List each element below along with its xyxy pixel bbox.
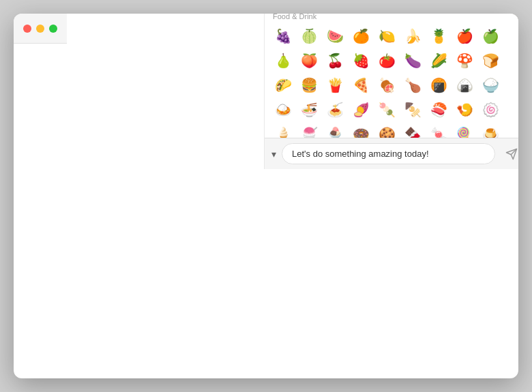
emoji-item[interactable]: 🍅 xyxy=(375,49,398,72)
send-button[interactable] xyxy=(501,143,518,165)
emoji-item[interactable]: 🍢 xyxy=(401,98,424,121)
emoji-item[interactable]: 🍐 xyxy=(271,49,295,72)
emoji-item[interactable]: 🍒 xyxy=(323,49,346,72)
emoji-item[interactable]: 🍄 xyxy=(453,49,476,72)
app-window: ⋮ 🔍 xyxy=(14,14,518,378)
emoji-item[interactable]: 🍗 xyxy=(401,74,424,97)
input-bar: ▾ xyxy=(265,138,518,169)
title-bar: ⋮ 🔍 xyxy=(14,14,518,44)
message-input[interactable] xyxy=(282,143,495,164)
emoji-item[interactable]: 🌮 xyxy=(271,74,295,97)
emoji-item[interactable]: 🍡 xyxy=(375,98,398,121)
emoji-collapse-icon[interactable]: ▾ xyxy=(271,149,276,160)
emoji-item[interactable]: 🍍 xyxy=(427,25,450,48)
emoji-item[interactable]: 🍬 xyxy=(427,123,450,138)
emoji-item[interactable]: 🍑 xyxy=(297,49,321,72)
emoji-item[interactable]: 🍙 xyxy=(453,74,476,97)
minimize-button[interactable] xyxy=(36,25,44,33)
emoji-item[interactable]: 🍭 xyxy=(453,123,476,138)
emoji-item[interactable]: 🍨 xyxy=(323,123,346,138)
emoji-item[interactable]: 🌽 xyxy=(427,49,450,72)
emoji-item[interactable]: 🍥 xyxy=(479,98,502,121)
emoji-item[interactable]: 🍛 xyxy=(271,98,295,121)
emoji-item[interactable]: 🍣 xyxy=(427,98,450,121)
emoji-item[interactable]: 🍉 xyxy=(323,25,346,48)
emoji-item[interactable]: 🍓 xyxy=(349,49,372,72)
close-button[interactable] xyxy=(23,25,31,33)
emoji-item[interactable]: 🍩 xyxy=(349,123,372,138)
emoji-item[interactable]: 🍘 xyxy=(427,74,450,97)
emoji-item[interactable]: 🍔 xyxy=(297,74,321,97)
chat-area: File Assistant ✂︎▾ 🔍 📎 ⋮ Today Hello the… xyxy=(265,14,518,169)
emoji-item[interactable]: 🍌 xyxy=(401,25,424,48)
emoji-item[interactable]: 🍎 xyxy=(453,25,476,48)
window-controls xyxy=(14,25,67,33)
emoji-item[interactable]: 🍤 xyxy=(453,98,476,121)
sidebar: ⋮ 🔍 xyxy=(67,14,265,169)
emoji-panel: 🕐 😀 🐼 🍎 🌐 🚗 💡 🔣 🚩 Food & Drink 🍇🍈🍉🍊🍋🍌🍍🍎🍏… xyxy=(265,14,518,138)
emoji-item[interactable]: 🍋 xyxy=(375,25,398,48)
emoji-item[interactable]: 🍟 xyxy=(323,74,346,97)
emoji-item[interactable]: 🍪 xyxy=(375,123,398,138)
emoji-item[interactable]: 🍊 xyxy=(349,25,372,48)
emoji-grid: 🍇🍈🍉🍊🍋🍌🍍🍎🍏🍐🍑🍒🍓🍅🍆🌽🍄🍞🌮🍔🍟🍕🍖🍗🍘🍙🍚🍛🍜🍝🍠🍡🍢🍣🍤🍥🍦🍧🍨🍩… xyxy=(265,22,518,138)
emoji-item[interactable]: 🍞 xyxy=(479,49,502,72)
emoji-item[interactable]: 🍦 xyxy=(271,123,295,138)
emoji-item[interactable]: 🍚 xyxy=(479,74,502,97)
emoji-item[interactable]: 🍜 xyxy=(297,98,321,121)
emoji-item[interactable]: 🍇 xyxy=(271,25,295,48)
emoji-item[interactable]: 🍏 xyxy=(479,25,502,48)
emoji-item[interactable]: 🍖 xyxy=(375,74,398,97)
emoji-item[interactable]: 🍕 xyxy=(349,74,372,97)
emoji-item[interactable]: 🍧 xyxy=(297,123,321,138)
emoji-item[interactable]: 🍝 xyxy=(323,98,346,121)
maximize-button[interactable] xyxy=(49,25,57,33)
emoji-section-label: Food & Drink xyxy=(265,14,518,22)
emoji-item[interactable]: 🍆 xyxy=(401,49,424,72)
emoji-item[interactable]: 🍈 xyxy=(297,25,321,48)
chat-list: File Assistant 08:23 ✓ Hello there! xyxy=(67,14,264,169)
emoji-item[interactable]: 🍠 xyxy=(349,98,372,121)
emoji-item[interactable]: 🍮 xyxy=(479,123,502,138)
emoji-item[interactable]: 🍫 xyxy=(401,123,424,138)
main-layout: ⋮ 🔍 xyxy=(67,14,518,169)
